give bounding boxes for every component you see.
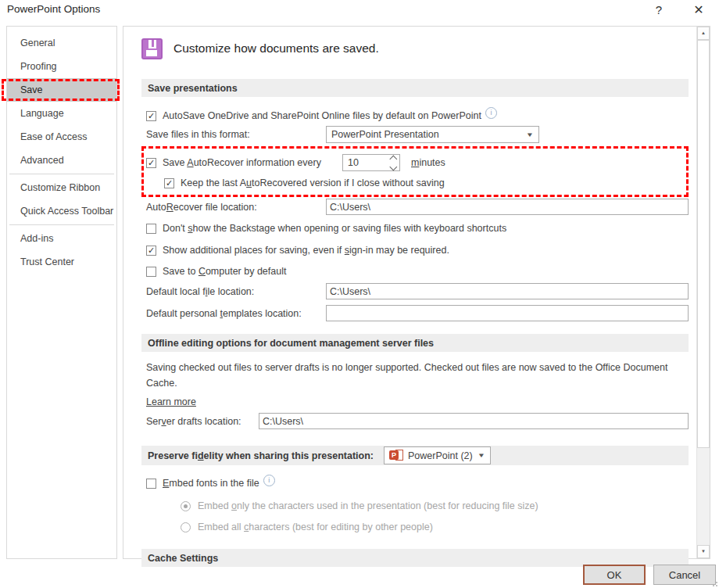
sidebar-divider [9,174,114,174]
keep-last-autorecovered-checkbox[interactable]: ✓ [164,178,174,188]
embed-only-label: Embed only the characters used in the pr… [198,500,538,511]
learn-more-link[interactable]: Learn more [146,396,196,407]
sidebar-item-ease-of-access[interactable]: Ease of Access [7,125,116,149]
autorecover-highlight-box: ✓ Save AutoRecover information every 10 … [141,146,689,197]
preserve-fidelity-label: Preserve fidelity when sharing this pres… [148,450,374,461]
powerpoint-icon: P [389,450,403,461]
page-title: Customize how documents are saved. [173,41,379,56]
autosave-label: AutoSave OneDrive and SharePoint Online … [163,110,481,121]
save-highlight-box [2,79,120,101]
save-options-panel: Customize how documents are saved. Save … [123,26,710,559]
chevron-down-icon: ▼ [478,452,485,459]
embed-fonts-label: Embed fonts in the file [163,478,259,489]
save-floppy-icon [141,38,163,59]
backstage-checkbox[interactable] [146,224,156,234]
vertical-scrollbar[interactable]: ▲ ▼ [696,27,710,558]
sidebar-item-customize-ribbon[interactable]: Customize Ribbon [7,176,116,199]
default-templates-label: Default personal templates location: [146,308,326,319]
spinner-up-icon[interactable] [389,155,397,163]
sidebar-item-add-ins[interactable]: Add-ins [7,227,116,250]
ok-button[interactable]: OK [583,565,646,585]
scrollbar-thumb[interactable] [697,40,710,448]
embed-only-radio[interactable] [181,501,191,511]
autorecover-label: Save AutoRecover information every [163,157,342,168]
resize-grip[interactable] [710,579,717,586]
save-to-computer-label: Save to Computer by default [163,266,286,277]
window-title: PowerPoint Options [7,3,100,15]
default-local-label: Default local file location: [146,286,326,297]
section-save-presentations: Save presentations [141,79,689,97]
default-local-input[interactable] [326,283,689,299]
sidebar-item-proofing[interactable]: Proofing [7,55,116,78]
save-format-dropdown[interactable]: PowerPoint Presentation ▼ [326,126,539,143]
sidebar-item-general[interactable]: General [7,31,116,55]
save-to-computer-checkbox[interactable] [146,267,156,277]
section-preserve-fidelity: Preserve fidelity when sharing this pres… [141,446,689,465]
cancel-button[interactable]: Cancel [653,565,716,585]
save-format-label: Save files in this format: [146,129,326,140]
scroll-up-icon[interactable]: ▲ [697,27,710,40]
autosave-checkbox[interactable]: ✓ [146,111,156,121]
sidebar-item-save[interactable]: Save [7,78,116,102]
minutes-label: minutes [411,157,445,168]
autorecover-checkbox[interactable]: ✓ [146,158,156,168]
spinner-down-icon[interactable] [389,163,397,170]
autorecover-location-label: AutoRecover file location: [146,202,326,213]
sidebar-item-trust-center[interactable]: Trust Center [7,250,116,274]
additional-places-checkbox[interactable]: ✓ [146,246,156,256]
server-drafts-label: Server drafts location: [146,416,259,427]
info-icon[interactable]: i [485,107,497,119]
autorecover-minutes-spinner[interactable]: 10 [342,154,400,171]
embed-all-radio[interactable] [181,522,191,532]
close-icon[interactable]: ✕ [689,1,708,20]
sidebar-item-quick-access-toolbar[interactable]: Quick Access Toolbar [7,199,116,223]
embed-all-label: Embed all characters (best for editing b… [198,522,433,532]
chevron-down-icon: ▼ [526,131,534,138]
section-offline-editing: Offline editing options for document man… [141,334,689,352]
scroll-down-icon[interactable]: ▼ [697,545,710,558]
options-sidebar: General Proofing Save Language Ease of A… [6,26,117,559]
default-templates-input[interactable] [326,305,689,321]
keep-last-autorecovered-label: Keep the last AutoRecovered version if I… [181,177,445,188]
offline-description: Saving checked out files to server draft… [146,360,684,391]
sidebar-divider [9,224,114,225]
fidelity-presentation-dropdown[interactable]: P PowerPoint (2) ▼ [384,446,491,464]
additional-places-label: Show additional places for saving, even … [163,245,449,256]
embed-fonts-checkbox[interactable] [146,479,156,489]
info-icon[interactable]: i [263,475,275,486]
server-drafts-input[interactable] [259,413,689,429]
autorecover-location-input[interactable] [326,199,689,215]
sidebar-item-advanced[interactable]: Advanced [7,149,116,172]
sidebar-item-language[interactable]: Language [7,102,116,125]
help-icon[interactable]: ? [650,2,667,19]
backstage-label: Don't show the Backstage when opening or… [163,223,506,234]
